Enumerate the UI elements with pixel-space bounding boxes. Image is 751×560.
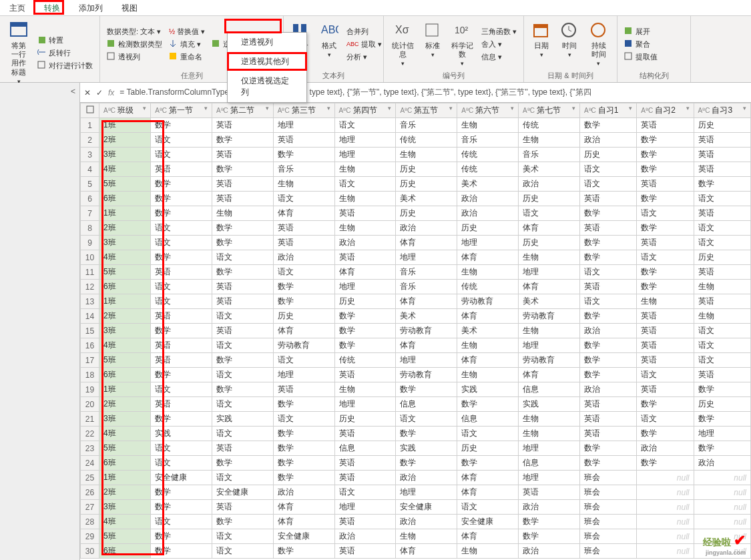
cell[interactable]: 数学 (212, 162, 273, 177)
cell[interactable]: 数学 (151, 118, 212, 133)
cell[interactable]: null (694, 515, 750, 529)
parse-button[interactable]: 分析 ▾ (345, 51, 383, 63)
cell[interactable]: 生物 (457, 368, 519, 382)
cell[interactable]: 英语 (334, 250, 396, 265)
cell[interactable]: 4班 (99, 515, 151, 529)
cell[interactable]: 英语 (151, 265, 212, 280)
cell[interactable]: 传统 (396, 133, 457, 148)
cell[interactable]: 政治 (334, 529, 396, 544)
cell[interactable]: 历史 (396, 206, 457, 221)
datatype-button[interactable]: 数据类型: 文本 ▾ (105, 26, 164, 37)
cell[interactable]: 音乐 (457, 133, 519, 148)
cell[interactable]: 地理 (334, 500, 396, 515)
cell[interactable]: 信息 (519, 456, 580, 471)
cell[interactable]: 6班 (99, 192, 151, 206)
row-number[interactable]: 7 (81, 206, 99, 221)
cell[interactable]: 历史 (396, 162, 457, 177)
cell[interactable]: 英语 (273, 382, 334, 397)
cell[interactable]: 生物 (457, 338, 519, 353)
cell[interactable]: 数学 (579, 309, 636, 324)
cell[interactable]: 数学 (694, 441, 750, 456)
row-number[interactable]: 22 (81, 427, 99, 441)
cell[interactable]: 语文 (273, 192, 334, 206)
cell[interactable]: null (694, 500, 750, 515)
cell[interactable]: 历史 (457, 441, 519, 456)
cell[interactable]: 2班 (99, 221, 151, 236)
cell[interactable]: 英语 (151, 397, 212, 412)
cell[interactable]: 语文 (212, 544, 273, 559)
cell[interactable]: 政治 (519, 500, 580, 515)
cell[interactable]: 英语 (637, 177, 694, 192)
cell[interactable]: 语文 (334, 485, 396, 500)
cell[interactable]: 数学 (334, 324, 396, 338)
row-number[interactable]: 12 (81, 280, 99, 294)
cell[interactable]: 语文 (212, 427, 273, 441)
cell[interactable]: 5班 (99, 177, 151, 192)
cell[interactable]: 地理 (334, 397, 396, 412)
column-header[interactable]: AᴮC自习3▾ (694, 103, 750, 118)
cell[interactable]: 体育 (457, 471, 519, 485)
cell[interactable]: 英语 (334, 471, 396, 485)
cell[interactable]: 体育 (457, 529, 519, 544)
cell[interactable]: 数学 (151, 250, 212, 265)
cell[interactable]: 地理 (334, 280, 396, 294)
cell[interactable]: 政治 (579, 133, 636, 148)
cell[interactable]: 语文 (457, 500, 519, 515)
cell[interactable]: 英语 (334, 544, 396, 559)
cell[interactable]: 班会 (579, 471, 636, 485)
cell[interactable]: 数学 (457, 456, 519, 471)
cell[interactable]: 体育 (457, 309, 519, 324)
cell[interactable]: 政治 (396, 471, 457, 485)
cell[interactable]: 数学 (151, 206, 212, 221)
cell[interactable]: 5班 (99, 529, 151, 544)
cell[interactable]: null (637, 529, 694, 544)
row-number[interactable]: 18 (81, 368, 99, 382)
cell[interactable]: 体育 (457, 250, 519, 265)
cell[interactable]: 语文 (694, 338, 750, 353)
cell[interactable]: 英语 (334, 206, 396, 221)
cell[interactable]: 实践 (151, 427, 212, 441)
cell[interactable]: 数学 (273, 456, 334, 471)
row-number[interactable]: 10 (81, 250, 99, 265)
cell[interactable]: 信息 (396, 397, 457, 412)
cell[interactable]: 语文 (273, 265, 334, 280)
cell[interactable]: 生物 (212, 206, 273, 221)
cell[interactable]: 数学 (273, 294, 334, 309)
column-header[interactable]: AᴮC自习1▾ (579, 103, 636, 118)
cell[interactable]: 1班 (99, 382, 151, 397)
cell[interactable]: null (637, 544, 694, 559)
cell[interactable]: 数学 (637, 427, 694, 441)
row-number[interactable]: 13 (81, 294, 99, 309)
cell[interactable]: 体育 (396, 294, 457, 309)
cell[interactable]: 数学 (637, 397, 694, 412)
cell[interactable]: 传统 (457, 280, 519, 294)
cell[interactable]: 数学 (637, 162, 694, 177)
numinfo-button[interactable]: 信息 ▾ (480, 51, 518, 63)
cell[interactable]: 英语 (212, 177, 273, 192)
cell[interactable]: 数学 (694, 412, 750, 427)
cell[interactable]: 英语 (151, 309, 212, 324)
scientific-button[interactable]: 10² 科学记数▾ (449, 19, 476, 69)
table-row[interactable]: 115班英语数学语文体育音乐生物地理语文数学英语 (81, 265, 751, 280)
cell[interactable]: null (694, 485, 750, 500)
cell[interactable]: 政治 (519, 177, 580, 192)
cell[interactable]: 6班 (99, 456, 151, 471)
cell[interactable]: 历史 (334, 412, 396, 427)
merge-button[interactable]: 合并列 (345, 26, 383, 37)
cell[interactable]: 语文 (694, 192, 750, 206)
date-button[interactable]: 日期▾ (529, 19, 553, 69)
cell[interactable]: 历史 (273, 309, 334, 324)
format-button[interactable]: ABC 格式▾ (317, 19, 341, 69)
cell[interactable]: 3班 (99, 236, 151, 250)
table-row[interactable]: 224班实践语文数学英语数学语文生物英语数学地理 (81, 427, 751, 441)
cell[interactable]: 信息 (334, 441, 396, 456)
cell[interactable]: 历史 (519, 236, 580, 250)
table-row[interactable]: 153班数学英语体育数学劳动教育美术生物政治英语语文 (81, 324, 751, 338)
cell[interactable]: 语文 (151, 294, 212, 309)
cell[interactable]: 安全健康 (212, 485, 273, 500)
cell[interactable]: 实践 (519, 397, 580, 412)
expand-button[interactable]: 展开 (623, 26, 659, 37)
cell[interactable]: 5班 (99, 265, 151, 280)
cell[interactable]: 语文 (212, 529, 273, 544)
cell[interactable]: 数学 (151, 177, 212, 192)
